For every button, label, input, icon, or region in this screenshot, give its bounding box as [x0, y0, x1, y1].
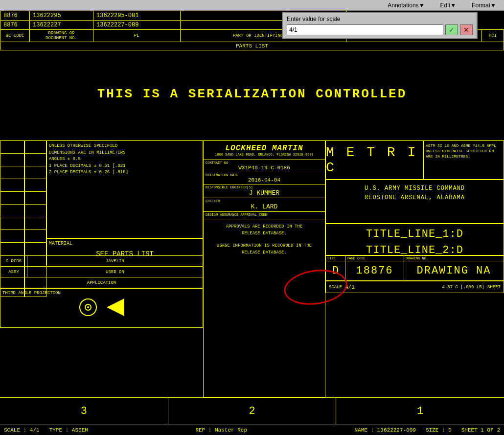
circle-inner: [85, 304, 92, 311]
lv-row: [0, 230, 24, 243]
format-label: Format: [472, 2, 490, 9]
sl-row: [25, 230, 46, 243]
status-sheet: SHEET 1 OF 2: [461, 427, 500, 433]
origination-row: ORIGINATION DATE 2016-04-04: [204, 172, 325, 184]
scale-input[interactable]: [287, 24, 443, 35]
army-line2: REDSTONE ARSENAL, ALABAMA: [328, 193, 502, 203]
lockheed-header: LOCKHEED MARTIN 1600 SAND LAKE ROAD, ORL…: [204, 141, 325, 160]
status-name: NAME : 13622227-009: [355, 427, 416, 433]
scale-popup-row: ✓ ✕: [287, 24, 473, 35]
design-assurance-row: DESIGN ASSURANCE APPROVAL CODE: [204, 212, 325, 220]
unless-line3: ANGLES ± 0.5: [49, 156, 201, 163]
title-line1: TITLE_LINE_1:D: [328, 226, 502, 242]
lockheed-address: 1600 SAND LAKE ROAD, ORLANDO, FLORIDA 32…: [206, 153, 323, 157]
scale-sheet-row: SCALE 4/1 4.37 G [.009 LB] SHEET: [325, 281, 504, 293]
drawing-area: 8876 13622295 13622295-001 8876 13622227…: [0, 11, 504, 424]
sl-row: [25, 192, 46, 205]
third-angle-title: THIRD ANGLE PROJECTION: [2, 291, 201, 296]
origination-value: 2016-04-04: [206, 177, 323, 183]
approval-line4: USAGE INFORMATION IS RECORDED IN THE: [206, 242, 322, 249]
scale-weight: 4.37 G [.009 LB]: [442, 285, 484, 290]
astm-text: ASTM SI 10 AND ASME Y14.5 APPL UNLESS OT…: [426, 143, 496, 159]
scale-label: SCALE: [329, 285, 342, 290]
usedon-cell: USED ON: [27, 267, 203, 277]
row2-col2: 13622227: [30, 21, 93, 30]
sl-row: [25, 217, 46, 230]
contract-label: CONTRACT NO: [206, 161, 323, 165]
number-1: 1: [336, 398, 504, 424]
approval-line5: RELEASE DATABASE.: [206, 249, 322, 256]
header-col1: GE CODE: [0, 30, 30, 42]
unless-line4: 1 PLACE DECIMALS ± 0.51 [.021: [49, 163, 201, 170]
contract-row: CONTRACT NO W31P40-13-C-0186: [204, 160, 325, 172]
design-assurance-label: DESIGN ASSURANCE APPROVAL CODE: [206, 213, 323, 217]
cage-label: CAGE CODE: [345, 256, 404, 261]
header-col3: PL: [93, 30, 181, 42]
serialization-banner: THIS IS A SERIALIZATION CONTROLLED: [0, 87, 504, 101]
row1-col3: 13622295-001: [93, 11, 181, 21]
circle-symbol: [79, 298, 97, 316]
sl-row: [25, 154, 46, 166]
sl-row: [25, 141, 46, 154]
application-row: APPLICATION: [0, 277, 203, 288]
annotations-label: Annotations: [388, 2, 418, 9]
status-scale: SCALE : 4/1: [4, 427, 40, 433]
metric-label: M E T R I C: [326, 145, 423, 175]
lv-row: [0, 192, 24, 205]
status-bar: SCALE : 4/1 TYPE : ASSEM REP : Master Re…: [0, 424, 504, 435]
bottom-numbers: 3 2 1: [0, 397, 504, 424]
unless-line2: DIMENSIONS ARE IN MILLIMETERS: [49, 150, 201, 157]
status-type: TYPE : ASSEM: [49, 427, 88, 433]
bottom-left-area: G RCDS JAVELIN ASSY USED ON APPLICATION …: [0, 255, 203, 328]
edit-menu[interactable]: Edit ▼: [433, 0, 464, 10]
annotations-menu[interactable]: Annotations ▼: [380, 0, 432, 10]
responsible-label: RESPONSIBLE ENGINEER(S): [206, 185, 323, 189]
sl-row: [25, 179, 46, 192]
scale-strikethrough: 4/1: [345, 284, 355, 290]
sl-row: [25, 166, 46, 179]
material-label: MATERIAL: [49, 241, 201, 246]
sl-row: [25, 205, 46, 217]
number-3: 3: [0, 398, 168, 424]
approval-block: APPROVALS ARE RECORDED IN THE RELEASE DA…: [204, 220, 325, 259]
edit-label: Edit: [440, 2, 451, 9]
size-label: SIZE: [326, 256, 345, 261]
origination-label: ORIGINATION DATE: [206, 173, 323, 177]
assy-row: ASSY USED ON: [0, 267, 203, 277]
drawing-info-row: SIZE D CAGE CODE 18876 DRAWING NO. DRAWI…: [325, 255, 504, 281]
drawing-no-value: DRAWING NA: [404, 261, 504, 280]
lv-row: [0, 154, 24, 166]
scale-cancel-button[interactable]: ✕: [460, 24, 473, 35]
parts-list-row: PARTS LIST: [0, 42, 504, 50]
responsible-value: J KUMMER: [206, 189, 323, 197]
header-col2: DRAWING OR DOCUMENT NO.: [30, 30, 93, 42]
astm-block: ASTM SI 10 AND ASME Y14.5 APPL UNLESS OT…: [423, 140, 504, 180]
row2-col3: 13622227-009: [93, 21, 181, 30]
army-block: U.S. ARMY MISSILE COMMAND REDSTONE ARSEN…: [325, 180, 504, 224]
lv-row: [0, 166, 24, 179]
drawing-no-label: DRAWING NO.: [404, 256, 504, 261]
checker-value: K. LARD: [206, 203, 323, 210]
javelin-row: G RCDS JAVELIN: [0, 256, 203, 267]
status-size: SIZE : D: [426, 427, 452, 433]
size-cell: SIZE D: [326, 256, 345, 280]
lv-row: [0, 205, 24, 217]
approval-line2: RELEASE DATABASE.: [206, 230, 322, 237]
scale-ok-button[interactable]: ✓: [445, 24, 458, 35]
javelin-cell: JAVELIN: [27, 256, 203, 266]
row2-col1: 8876: [0, 21, 30, 30]
header-col6: HCI: [481, 30, 504, 42]
number-2: 2: [168, 398, 337, 424]
lv-row: [0, 141, 24, 154]
cage-value: 18876: [345, 261, 404, 280]
row1-col1: 8876: [0, 11, 30, 21]
assy-cell: ASSY: [0, 267, 27, 277]
drawing-no-cell: DRAWING NO. DRAWING NA: [404, 256, 504, 280]
third-angle-symbols: [2, 298, 201, 316]
lockheed-name: LOCKHEED MARTIN: [206, 144, 323, 153]
metric-block: M E T R I C: [325, 140, 423, 180]
format-menu[interactable]: Format ▼: [464, 0, 504, 10]
lv-row: [0, 179, 24, 192]
third-angle-block: THIRD ANGLE PROJECTION: [0, 288, 203, 327]
approval-line1: APPROVALS ARE RECORDED IN THE: [206, 223, 322, 230]
